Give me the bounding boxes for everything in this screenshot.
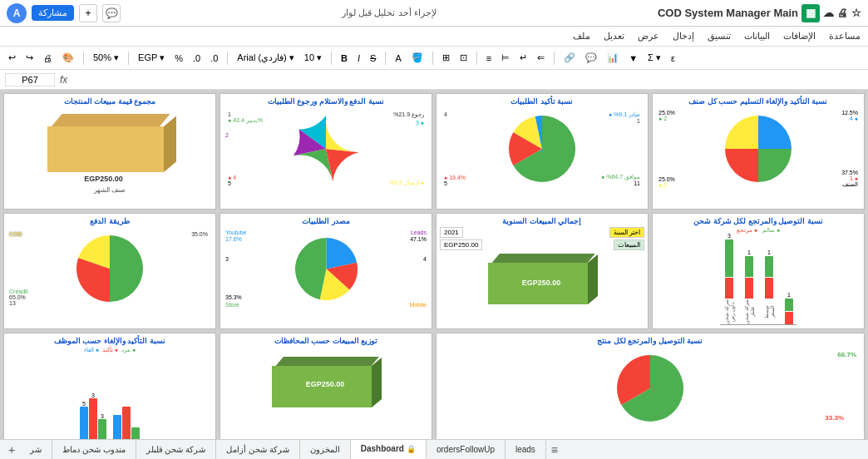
app-title: COD System Manager Main ▦ ☁ 🖨 ☆ — [658, 4, 861, 22]
zoom-select[interactable]: 50% ▾ — [90, 52, 122, 64]
box-value-1: EGP250.00 — [47, 175, 160, 183]
star-icon: ☆ — [851, 7, 861, 19]
chart-title-3: نسبة تأكيد الطلبيات — [440, 97, 644, 106]
cloud-icon: ☁ — [823, 7, 834, 19]
color-btn[interactable]: A — [392, 52, 404, 64]
pie-chart-6 — [295, 238, 358, 300]
paint-btn[interactable]: 🎨 — [59, 52, 77, 64]
chart-order-source: مصدر الطلبيات Youtube 17.6% Leads 47.1% … — [219, 213, 432, 329]
chat-icon[interactable]: 💬 — [102, 4, 121, 22]
share-button[interactable]: مشاركة — [32, 5, 74, 21]
valign-btn[interactable]: ⊨ — [498, 52, 513, 64]
decimal-btn[interactable]: .0 — [190, 52, 204, 64]
chart-title-9: نسبة التأكيد والإلغاء حسب الموظف — [7, 337, 212, 345]
chart-annual-sales: إجمالي المبيعات السنوية اختر السنة 2021 … — [436, 213, 649, 329]
sales-label: المبيعات — [614, 239, 644, 250]
bar-label-3: توسط السعر — [763, 299, 775, 324]
undo-btn[interactable]: ↩ — [5, 52, 19, 64]
chart-shipping-delivery: نسبة التوصيل والمرتجع لكل شركة شحن ● سال… — [652, 213, 865, 329]
chart-payment-method: طريقة الدفع COD 35.0% Creadit 65.0% 13 — [3, 213, 216, 329]
link-btn[interactable]: 🔗 — [560, 52, 579, 64]
more-sheets-btn[interactable]: ≡ — [546, 442, 563, 458]
chart-title-7: إجمالي المبيعات السنوية — [440, 217, 644, 225]
top-bar-left: A مشاركة + 💬 — [7, 3, 121, 23]
filter-btn[interactable]: ▼ — [625, 52, 641, 64]
tab-mandoub[interactable]: مندوب شحن دماط — [52, 440, 136, 460]
merge-btn[interactable]: ⊡ — [456, 52, 471, 64]
top-bar-hint: لإجراء أحد تحليل قبل لوار — [342, 7, 436, 18]
menu-insert[interactable]: إدخال — [670, 31, 697, 42]
pie-chart-3 — [509, 116, 575, 182]
pie-chart-4 — [725, 116, 792, 182]
redo-btn[interactable]: ↪ — [22, 52, 37, 64]
chart-order-confirm: نسبة تأكيد الطلبيات صادر 9.1% ● 1 4 مواف… — [436, 93, 649, 210]
currency-select[interactable]: EGP ▾ — [135, 52, 168, 64]
tab-dashboard[interactable]: Dashboard 🔒 — [351, 440, 427, 460]
tab-leads[interactable]: leads — [506, 440, 546, 460]
menu-format[interactable]: تنسيق — [705, 31, 733, 42]
dashboard: مجموع قيمة مبيعات المنتجات EGP250.00 صنف… — [0, 90, 868, 459]
rtl-btn[interactable]: ⇐ — [534, 52, 548, 64]
box-sublabel-1: صنف الشهر — [94, 186, 126, 194]
menu-file[interactable]: ملف — [570, 31, 593, 42]
add-sheet-button[interactable]: + — [3, 442, 20, 458]
tab-azamel[interactable]: شركة شحن أزامل — [216, 440, 300, 460]
fx-label: fx — [60, 74, 67, 86]
chart-payment-delivery: نسبة الدفع والاستلام ورجوع الطلبيات ر — [219, 93, 432, 210]
chart-title-2: نسبة الدفع والاستلام ورجوع الطلبيات — [224, 97, 428, 106]
tab-orders-follow-up[interactable]: ordersFollowUp — [427, 440, 506, 460]
chart-title-4: نسبة التأكيد والإلغاء التسليم حسب كل صنف — [656, 97, 861, 106]
comment-btn[interactable]: 💬 — [582, 52, 600, 64]
bar-label-2: شركة شحن قلبلر — [743, 299, 755, 324]
toolbar: ↩ ↪ 🖨 🎨 50% ▾ EGP ▾ % .0 .0 Arial (فاردي… — [0, 47, 868, 70]
province-value: EGP250.00 — [280, 380, 370, 388]
chart-btn[interactable]: 📊 — [604, 52, 622, 64]
chart-title-5: طريقة الدفع — [7, 217, 212, 225]
top-bar: A مشاركة + 💬 لإجراء أحد تحليل قبل لوار C… — [0, 0, 868, 27]
fill-btn[interactable]: 🪣 — [408, 52, 427, 64]
menu-edit[interactable]: تعديل — [601, 31, 627, 42]
pie-chart-11 — [617, 355, 683, 422]
menu-view[interactable]: عرض — [635, 31, 662, 42]
chart-product-delivery: نسبة التوصيل والمرتجع لكل منتج 66.7% 33.… — [436, 333, 865, 449]
chart-employee-confirm: نسبة التأكيد والإلغاء حسب الموظف ● مرد ●… — [3, 333, 216, 449]
main-area: مجموع قيمة مبيعات المنتجات EGP250.00 صنف… — [0, 90, 868, 459]
borders-btn[interactable]: ⊞ — [439, 52, 453, 64]
tab-sheet1[interactable]: شر — [20, 440, 52, 460]
year-label: اختر السنة — [609, 227, 644, 238]
chart-delivery-category: نسبة التأكيد والإلغاء التسليم حسب كل صنف… — [652, 93, 865, 210]
bold-btn[interactable]: B — [338, 52, 351, 64]
formula-bar: fx — [0, 70, 868, 90]
lock-icon: 🔒 — [407, 445, 416, 453]
chart-province-sales: توزيع المبيعات حسب المحافظات EGP250.00 — [219, 333, 432, 449]
print-btn[interactable]: 🖨 — [40, 52, 56, 64]
bar-label-1: شركة شحن داون رض — [723, 299, 735, 324]
chart-title-11: نسبة التوصيل والمرتجع لكل منتج — [440, 337, 861, 345]
sales-value: EGP250.00 — [440, 239, 482, 250]
font-select[interactable]: Arial (فاردي) ▾ — [234, 52, 297, 64]
year-value: 2021 — [440, 227, 463, 238]
func-btn[interactable]: Σ ▾ — [644, 52, 664, 64]
font-size[interactable]: 10 ▾ — [301, 52, 325, 64]
menu-data[interactable]: البيانات — [742, 31, 772, 42]
wrap-btn[interactable]: ↵ — [516, 52, 530, 64]
strikethrough-btn[interactable]: S — [367, 52, 379, 64]
formula-input[interactable] — [72, 75, 863, 85]
tab-bar: + شر مندوب شحن دماط شركة شحن قلبلر شركة … — [0, 439, 868, 459]
align-btn[interactable]: ≡ — [483, 52, 495, 64]
tab-shipping-co[interactable]: شركة شحن قلبلر — [136, 440, 217, 460]
menu-help[interactable]: مساعدة — [826, 31, 863, 42]
add-icon[interactable]: + — [79, 4, 97, 22]
tab-inventory[interactable]: المخزون — [300, 440, 351, 460]
chart-title-8: نسبة التوصيل والمرتجع لكل شركة شحن — [656, 217, 861, 225]
print-icon: 🖨 — [837, 7, 848, 19]
more-btn[interactable]: ε — [668, 52, 678, 64]
italic-btn[interactable]: I — [354, 52, 363, 64]
cell-reference[interactable] — [5, 73, 55, 86]
decimal-dec-btn[interactable]: .0 — [207, 52, 221, 64]
avatar: A — [7, 3, 27, 23]
chart-title-10: توزيع المبيعات حسب المحافظات — [224, 337, 428, 345]
pct-btn[interactable]: % — [171, 52, 186, 64]
menu-bar: مساعدة الإضافات البيانات تنسيق إدخال عرض… — [0, 27, 868, 47]
menu-addons[interactable]: الإضافات — [781, 31, 818, 42]
